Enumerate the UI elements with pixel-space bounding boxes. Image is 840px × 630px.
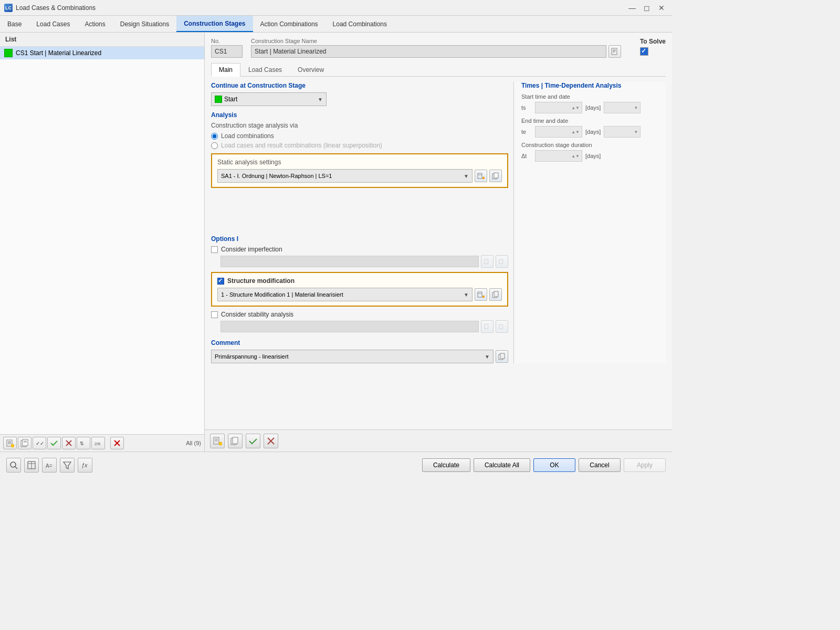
calculate-button[interactable]: Calculate [422, 458, 470, 472]
delete-button[interactable] [110, 437, 124, 449]
toolbar-uncheck-all-btn[interactable] [264, 434, 278, 448]
ok-button[interactable]: OK [533, 458, 575, 472]
minimize-button[interactable]: — [626, 3, 638, 13]
imperfection-copy-btn[interactable] [496, 255, 508, 268]
te-input[interactable]: ▲▼ [535, 126, 582, 138]
name-input[interactable] [251, 45, 606, 58]
new-button[interactable] [3, 437, 17, 449]
edit-name-button[interactable] [608, 45, 621, 58]
structure-mod-copy-btn[interactable] [489, 288, 502, 301]
number-icon: 2/6 [94, 439, 102, 447]
table-icon [27, 460, 36, 470]
sort-button[interactable]: ⇅ [77, 437, 90, 449]
edit-table-icon [484, 258, 490, 265]
menu-action-combinations[interactable]: Action Combinations [253, 16, 326, 32]
menu-actions[interactable]: Actions [77, 16, 112, 32]
continue-dropdown-row: Start ▼ [211, 92, 508, 106]
structure-mod-dropdown[interactable]: 1 - Structure Modification 1 | Material … [217, 288, 472, 301]
analysis-title: Analysis [211, 111, 508, 119]
tab-load-cases[interactable]: Load Cases [240, 63, 290, 77]
delta-days-label: [days] [585, 153, 601, 159]
list-area: CS1 Start | Material Linearized [0, 47, 204, 434]
toolbar-new-btn[interactable] [210, 434, 225, 448]
footer-formula-btn[interactable]: ƒx [78, 458, 92, 472]
structure-mod-edit-btn[interactable] [475, 288, 487, 301]
static-analysis-title: Static analysis settings [217, 159, 502, 166]
list-header: List [0, 33, 204, 47]
imperfection-row: Consider imperfection [211, 246, 508, 253]
structure-mod-checkbox[interactable] [217, 278, 224, 285]
footer-table-btn[interactable] [24, 458, 39, 472]
calculate-all-button[interactable]: Calculate All [474, 458, 530, 472]
toolbar-check-all-btn[interactable] [246, 434, 260, 448]
no-label: No. [211, 38, 243, 44]
menu-design-situations[interactable]: Design Situations [113, 16, 176, 32]
list-toolbar: ✓✓ ⇅ [0, 434, 204, 452]
stability-edit-btn[interactable] [481, 320, 494, 333]
te-row: te ▲▼ [days] ▼ [521, 126, 666, 138]
two-col-layout: Continue at Construction Stage Start ▼ [211, 82, 666, 363]
maximize-button[interactable]: ◻ [640, 3, 653, 13]
number-button[interactable]: 2/6 [91, 437, 105, 449]
tab-main[interactable]: Main [211, 63, 240, 77]
footer-search-btn[interactable] [6, 458, 21, 472]
menu-construction-stages[interactable]: Construction Stages [176, 16, 253, 32]
toolbar-copy-btn[interactable] [228, 434, 243, 448]
te-label: te [521, 129, 532, 135]
imperfection-checkbox[interactable] [211, 246, 218, 253]
menu-load-cases[interactable]: Load Cases [29, 16, 77, 32]
content-area: List CS1 Start | Material Linearized [0, 33, 672, 452]
stability-checkbox[interactable] [211, 311, 218, 318]
search-icon [9, 460, 18, 470]
svg-marker-52 [64, 462, 71, 469]
continue-dropdown-content: Start [215, 96, 237, 103]
right-panel: No. Construction Stage Name [205, 33, 672, 452]
tabs-bar: Main Load Cases Overview [211, 63, 666, 77]
tab-overview[interactable]: Overview [290, 63, 332, 77]
list-item[interactable]: CS1 Start | Material Linearized [0, 47, 204, 59]
left-col: Continue at Construction Stage Start ▼ [211, 82, 513, 363]
delta-input[interactable]: ▲▼ [535, 150, 582, 162]
titlebar: LC Load Cases & Combinations — ◻ ✕ [0, 0, 672, 16]
footer-result-btn[interactable]: A= [42, 458, 57, 472]
structure-modification-box: Structure modification 1 - Structure Mod… [211, 272, 508, 307]
radio-load-combinations[interactable] [211, 133, 218, 140]
static-analysis-copy-button[interactable] [489, 170, 502, 182]
cancel-button[interactable]: Cancel [579, 458, 621, 472]
apply-button[interactable]: Apply [624, 458, 666, 472]
radio-load-cases-label: Load cases and result combinations (line… [221, 142, 382, 149]
static-analysis-value: SA1 - I. Ordnung | Newton-Raphson | LS=1 [221, 173, 332, 179]
ts-days-label: [days] [585, 104, 601, 111]
stability-section: Consider stability analysis [211, 311, 508, 333]
check-button[interactable] [47, 437, 61, 449]
footer-filter-btn[interactable] [60, 458, 75, 472]
to-solve-checkbox[interactable] [640, 47, 648, 56]
comment-dropdown[interactable]: Primärspannung - linearisiert ▼ [211, 350, 494, 363]
analysis-subtitle: Construction stage analysis via [211, 122, 508, 129]
imperfection-edit-btn[interactable] [481, 255, 494, 268]
static-analysis-dropdown[interactable]: SA1 - I. Ordnung | Newton-Raphson | LS=1… [217, 169, 472, 183]
all-count-label: All (9) [186, 440, 201, 446]
menu-base[interactable]: Base [0, 16, 29, 32]
no-input[interactable] [211, 45, 243, 58]
delta-spinner[interactable]: ▲▼ [571, 154, 580, 159]
ts-spinner[interactable]: ▲▼ [571, 106, 580, 110]
te-spinner[interactable]: ▲▼ [571, 130, 580, 134]
comment-copy-btn[interactable] [496, 350, 508, 363]
ts-unit-dropdown[interactable]: ▼ [604, 102, 640, 113]
copy-button[interactable] [18, 437, 32, 449]
radio-load-cases[interactable] [211, 142, 218, 149]
menu-load-combinations[interactable]: Load Combinations [326, 16, 394, 32]
stability-copy-btn[interactable] [496, 320, 508, 333]
stability-input [220, 321, 479, 332]
svg-rect-6 [23, 439, 28, 446]
uncheck-button[interactable] [62, 437, 76, 449]
continue-dropdown[interactable]: Start ▼ [211, 92, 327, 106]
svg-rect-21 [478, 173, 482, 178]
static-analysis-edit-button[interactable] [475, 170, 487, 182]
ts-input[interactable]: ▲▼ [535, 102, 582, 113]
rename-button[interactable]: ✓✓ [33, 437, 46, 449]
close-button[interactable]: ✕ [655, 3, 668, 13]
te-unit-dropdown[interactable]: ▼ [604, 126, 640, 138]
svg-rect-32 [494, 291, 498, 297]
